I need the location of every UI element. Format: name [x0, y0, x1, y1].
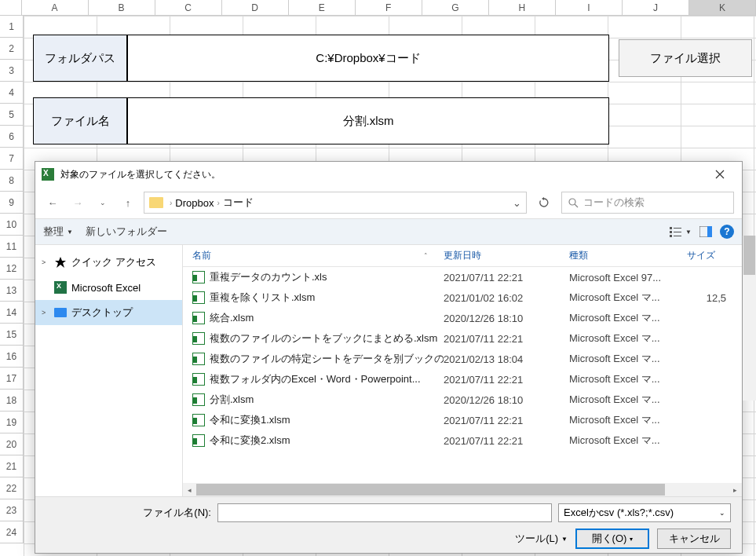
- column-header[interactable]: B: [89, 0, 155, 15]
- row-header[interactable]: 23: [0, 499, 24, 521]
- chevron-down-icon: ▼: [685, 229, 692, 236]
- row-header[interactable]: 22: [0, 477, 24, 499]
- sidebar-item-label: Microsoft Excel: [71, 282, 141, 294]
- filename-input[interactable]: [217, 503, 552, 522]
- select-all-cell[interactable]: [0, 0, 22, 15]
- row-header[interactable]: 18: [0, 390, 24, 412]
- breadcrumb-part[interactable]: コード: [223, 196, 254, 210]
- file-type-filter[interactable]: Excelかcsv (*.xls?;*.csv) ⌄: [558, 503, 731, 522]
- column-header[interactable]: F: [356, 0, 422, 15]
- column-header[interactable]: D: [222, 0, 289, 15]
- scrollbar-thumb[interactable]: [743, 236, 755, 275]
- column-header[interactable]: H: [489, 0, 556, 15]
- file-list[interactable]: 重複データのカウント.xls2021/07/11 22:21Microsoft …: [183, 267, 742, 483]
- preview-pane-button[interactable]: [699, 226, 712, 237]
- chevron-down-icon[interactable]: ⌄: [513, 197, 521, 209]
- row-header[interactable]: 3: [0, 60, 24, 82]
- file-row[interactable]: 統合.xlsm2020/12/26 18:10Microsoft Excel マ…: [183, 308, 742, 328]
- column-header[interactable]: K: [689, 0, 756, 15]
- column-header[interactable]: A: [22, 0, 89, 15]
- file-list-headers[interactable]: 名前˄ 更新日時 種類 サイズ: [183, 245, 742, 267]
- scroll-left-button[interactable]: ◂: [183, 483, 196, 496]
- file-row[interactable]: 複数のファイルのシートをブックにまとめる.xlsm2021/07/11 22:2…: [183, 328, 742, 349]
- scroll-right-button[interactable]: ▸: [729, 483, 742, 496]
- column-header[interactable]: E: [289, 0, 356, 15]
- back-button[interactable]: ←: [43, 193, 62, 212]
- row-header[interactable]: 17: [0, 368, 24, 390]
- file-row[interactable]: 複数フォルダ内のExcel・Word・Powerpoint...2021/07/…: [183, 369, 742, 390]
- list-view-icon: [670, 226, 682, 237]
- column-header[interactable]: G: [422, 0, 489, 15]
- header-date[interactable]: 更新日時: [444, 249, 569, 262]
- view-options[interactable]: ▼: [670, 226, 692, 237]
- breadcrumb-part[interactable]: Dropbox: [175, 197, 214, 209]
- forward-button[interactable]: →: [68, 193, 87, 212]
- sidebar-item[interactable]: >クイック アクセス: [35, 250, 182, 275]
- file-name: 統合.xlsm: [210, 311, 254, 325]
- file-select-button[interactable]: ファイル選択: [619, 39, 752, 77]
- breadcrumb[interactable]: › Dropbox › コード ⌄: [144, 192, 527, 214]
- file-name: 複数のファイルのシートをブックにまとめる.xlsm: [210, 331, 437, 346]
- column-header[interactable]: J: [623, 0, 689, 15]
- close-button[interactable]: [704, 162, 736, 187]
- sidebar-item[interactable]: Microsoft Excel: [35, 275, 182, 300]
- folder-path-value-cell[interactable]: C:¥Dropbox¥コード: [127, 35, 609, 82]
- horizontal-scrollbar[interactable]: ◂ ▸: [183, 483, 742, 496]
- file-row[interactable]: 令和に変換1.xlsm2021/07/11 22:21Microsoft Exc…: [183, 410, 742, 430]
- file-date: 2020/12/26 18:10: [444, 313, 569, 324]
- file-row[interactable]: 重複データのカウント.xls2021/07/11 22:21Microsoft …: [183, 267, 742, 287]
- row-header[interactable]: 10: [0, 214, 24, 236]
- sidebar-item[interactable]: >デスクトップ: [35, 300, 182, 325]
- row-header[interactable]: 4: [0, 82, 24, 104]
- row-header[interactable]: 7: [0, 148, 24, 170]
- file-icon: [192, 434, 205, 447]
- file-open-dialog: 対象のファイルを選択してください。 ← → ⌄ ↑ › Dropbox › コー…: [35, 161, 743, 554]
- file-date: 2021/07/11 22:21: [444, 333, 569, 345]
- header-type[interactable]: 種類: [569, 249, 687, 262]
- row-header[interactable]: 16: [0, 346, 24, 368]
- outer-vertical-scrollbar[interactable]: [743, 236, 756, 401]
- row-header[interactable]: 14: [0, 302, 24, 324]
- dialog-toolbar: 整理▼ 新しいフォルダー ▼ ?: [35, 218, 742, 245]
- row-header[interactable]: 1: [0, 16, 24, 38]
- row-header[interactable]: 9: [0, 192, 24, 214]
- file-date: 2021/07/11 22:21: [444, 272, 569, 283]
- header-size[interactable]: サイズ: [687, 249, 726, 262]
- cancel-button[interactable]: キャンセル: [657, 529, 731, 549]
- tools-menu[interactable]: ツール(L)▼: [515, 532, 568, 546]
- row-header[interactable]: 6: [0, 126, 24, 148]
- help-button[interactable]: ?: [720, 225, 734, 239]
- file-icon: [192, 312, 205, 324]
- scrollbar-thumb[interactable]: [196, 484, 665, 496]
- search-input[interactable]: コードの検索: [561, 192, 734, 214]
- column-header[interactable]: C: [155, 0, 222, 15]
- row-header[interactable]: 11: [0, 236, 24, 258]
- file-row[interactable]: 分割.xlsm2020/12/26 18:10Microsoft Excel マ…: [183, 390, 742, 410]
- row-header[interactable]: 8: [0, 170, 24, 192]
- file-row[interactable]: 重複を除くリスト.xlsm2021/01/02 16:02Microsoft E…: [183, 287, 742, 308]
- row-header[interactable]: 24: [0, 521, 24, 543]
- row-header[interactable]: 13: [0, 280, 24, 302]
- open-button[interactable]: 開く(O) ▾: [575, 529, 649, 549]
- organize-menu[interactable]: 整理▼: [43, 225, 73, 239]
- recent-dropdown[interactable]: ⌄: [93, 193, 112, 212]
- row-header[interactable]: 20: [0, 433, 24, 455]
- file-name-value-cell[interactable]: 分割.xlsm: [127, 97, 609, 144]
- refresh-button[interactable]: [533, 192, 555, 214]
- row-header[interactable]: 21: [0, 455, 24, 477]
- row-header[interactable]: 15: [0, 324, 24, 346]
- new-folder-button[interactable]: 新しいフォルダー: [86, 225, 167, 239]
- header-name[interactable]: 名前: [192, 249, 211, 262]
- file-type: Microsoft Excel マ...: [569, 331, 687, 346]
- row-header[interactable]: 2: [0, 38, 24, 60]
- file-row[interactable]: 令和に変換2.xlsm2021/07/11 22:21Microsoft Exc…: [183, 430, 742, 451]
- row-header[interactable]: 12: [0, 258, 24, 280]
- column-header[interactable]: I: [556, 0, 623, 15]
- file-type: Microsoft Excel 97...: [569, 272, 687, 283]
- svg-rect-6: [674, 236, 681, 236]
- row-header[interactable]: 5: [0, 104, 24, 126]
- up-button[interactable]: ↑: [119, 193, 137, 212]
- file-row[interactable]: 複数のファイルの特定シートをデータを別ブックの...2021/02/13 18:…: [183, 349, 742, 369]
- file-icon: [192, 291, 205, 304]
- row-header[interactable]: 19: [0, 412, 24, 433]
